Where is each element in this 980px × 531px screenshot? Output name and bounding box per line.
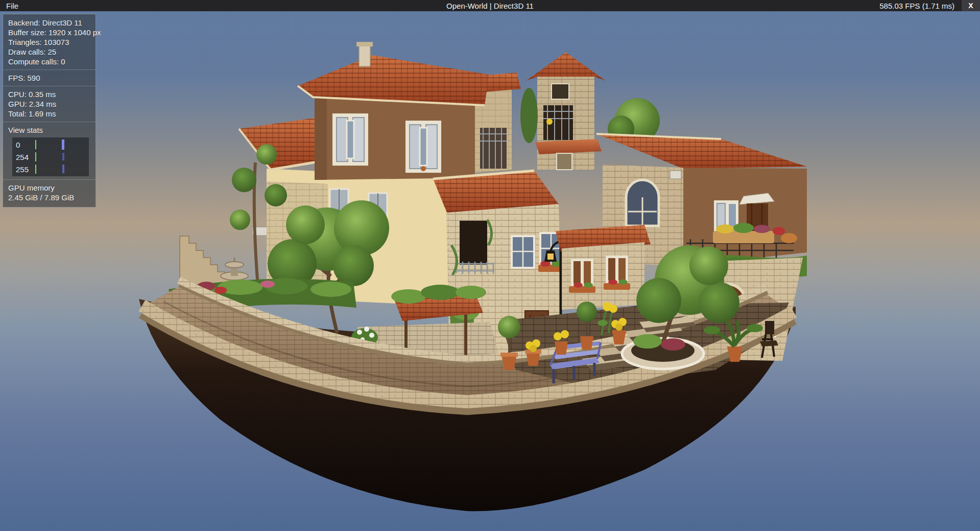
menubar: File Open-World | Direct3D 11 585.03 FPS…	[0, 0, 980, 11]
view-stats-row-label: 0	[12, 140, 20, 150]
blue-bar-marker	[62, 140, 64, 150]
stats-panel[interactable]: Backend: Direct3D 11 Buffer size: 1920 x…	[3, 14, 96, 207]
green-tick-marker	[35, 140, 36, 149]
stat-backend: Backend: Direct3D 11	[8, 18, 90, 28]
view-stats-row-254: 254	[12, 151, 89, 163]
green-tick-marker	[35, 152, 36, 161]
view-stats-label: View stats	[8, 125, 90, 135]
divider	[3, 122, 95, 122]
divider	[3, 179, 95, 180]
divider	[3, 86, 95, 86]
blue-bar-marker	[62, 165, 64, 173]
view-stats-row-label: 254	[12, 152, 29, 162]
view-stats-row-label: 255	[12, 165, 29, 174]
stat-buffer-size: Buffer size: 1920 x 1040 px	[8, 28, 90, 37]
view-stats-row-255: 255	[12, 163, 89, 175]
annex-house	[556, 225, 651, 310]
green-tick-marker	[35, 165, 36, 174]
viewport-3d-scene[interactable]	[0, 0, 980, 531]
stat-compute-calls: Compute calls: 0	[8, 57, 90, 66]
stat-draw-calls: Draw calls: 25	[8, 47, 90, 57]
window-title: Open-World | Direct3D 11	[0, 2, 980, 10]
stat-cpu-time: CPU: 0.35 ms	[8, 89, 90, 99]
stat-fps: FPS: 590	[8, 73, 90, 83]
blue-bar-marker	[62, 153, 64, 160]
stat-triangles: Triangles: 103073	[8, 37, 90, 47]
gpu-memory-label: GPU memory	[8, 183, 90, 193]
view-stats-row-0: 0	[12, 138, 89, 151]
close-button[interactable]: X	[962, 0, 980, 11]
file-menu[interactable]: File	[0, 0, 25, 11]
stat-total-time: Total: 1.69 ms	[8, 109, 90, 119]
divider	[3, 70, 95, 70]
gpu-memory-value: 2.45 GiB / 7.89 GiB	[8, 193, 90, 202]
stat-gpu-time: GPU: 2.34 ms	[8, 99, 90, 109]
fps-counter: 585.03 FPS (1.71 ms)	[879, 2, 962, 10]
view-stats-histogram: 0 254 255	[12, 137, 89, 176]
